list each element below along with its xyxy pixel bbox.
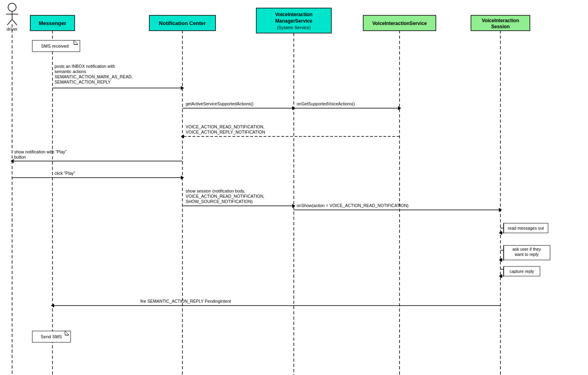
svg-text:SMS received: SMS received xyxy=(41,44,69,48)
sequence-diagram: Messenger Notification Center VoiceInter… xyxy=(0,0,588,375)
svg-text:VoiceInteraction: VoiceInteraction xyxy=(275,12,312,17)
svg-text:SHOW_SOURCE_NOTIFICATION): SHOW_SOURCE_NOTIFICATION) xyxy=(186,199,253,204)
svg-text:want to reply: want to reply xyxy=(514,252,539,257)
svg-text:Notification Center: Notification Center xyxy=(159,20,206,26)
svg-text:getActiveServiceSupportedActio: getActiveServiceSupportedActions() xyxy=(186,101,253,106)
svg-text:Session: Session xyxy=(491,24,510,29)
svg-text:show notification with "Play": show notification with "Play" xyxy=(14,149,67,154)
svg-text:Send SMS: Send SMS xyxy=(41,334,62,339)
svg-text:onGetSupportedVoiceActions(): onGetSupportedVoiceActions() xyxy=(297,101,355,106)
diagram-svg: Messenger Notification Center VoiceInter… xyxy=(0,0,588,375)
svg-text:ManagerService: ManagerService xyxy=(275,18,312,24)
svg-text:read messages out: read messages out xyxy=(508,226,544,230)
svg-text:VOICE_ACTION_REPLY_NOTIFICATIO: VOICE_ACTION_REPLY_NOTIFICATION xyxy=(186,130,265,134)
svg-line-23 xyxy=(12,19,17,25)
svg-text:button: button xyxy=(14,155,26,159)
svg-text:driver: driver xyxy=(6,27,18,31)
svg-text:click "Play": click "Play" xyxy=(54,171,75,176)
svg-line-22 xyxy=(7,19,12,25)
svg-text:(System Service): (System Service) xyxy=(277,25,311,30)
svg-text:posts an INBOX notification wi: posts an INBOX notification with xyxy=(54,64,115,69)
svg-text:onShow(action = VOICE_ACTION_R: onShow(action = VOICE_ACTION_READ_NOTIFI… xyxy=(297,203,408,208)
svg-text:VoiceInteraction: VoiceInteraction xyxy=(482,18,519,23)
svg-text:VoiceInteractionService: VoiceInteractionService xyxy=(372,21,427,26)
svg-text:Messenger: Messenger xyxy=(39,20,66,26)
svg-text:ask user if they: ask user if they xyxy=(513,247,541,251)
svg-text:semantic actions: semantic actions xyxy=(54,69,86,74)
svg-text:VOICE_ACTION_READ_NOTIFICATION: VOICE_ACTION_READ_NOTIFICATION, xyxy=(186,124,264,129)
svg-text:fire SEMANTIC_ACTION_REPLY Pen: fire SEMANTIC_ACTION_REPLY PendingIntent xyxy=(140,299,231,304)
svg-text:show session (notification bod: show session (notification body, xyxy=(186,189,245,193)
svg-text:SEMANTIC_ACTION_MARK_AS_READ,: SEMANTIC_ACTION_MARK_AS_READ, xyxy=(54,74,133,79)
svg-point-19 xyxy=(8,3,16,11)
svg-text:SEMANTIC_ACTION_REPLY: SEMANTIC_ACTION_REPLY xyxy=(54,80,111,84)
svg-text:VOICE_ACTION_READ_NOTIFICATION: VOICE_ACTION_READ_NOTIFICATION, xyxy=(186,194,264,199)
svg-text:capture reply: capture reply xyxy=(510,269,534,274)
